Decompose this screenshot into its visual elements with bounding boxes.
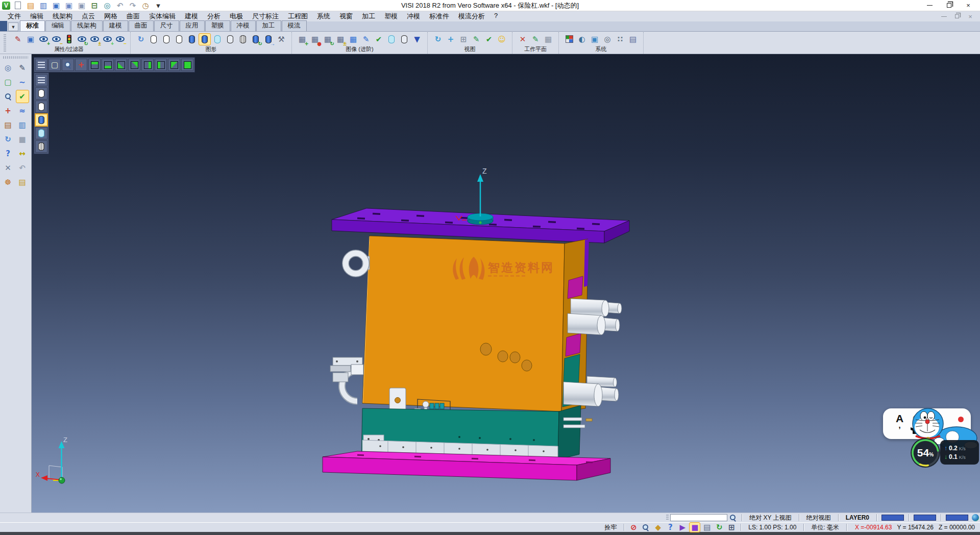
view-mode-indicator[interactable]: 绝对 XY 上视图	[745, 514, 795, 522]
menu-item-8[interactable]: 分析	[203, 11, 225, 21]
view-right-icon[interactable]	[141, 59, 154, 71]
workplane-cube-icon[interactable]: ▦	[543, 34, 554, 45]
menu-item-11[interactable]: 工程图	[283, 11, 312, 21]
zoom-filter-icon[interactable]: ◎	[2, 62, 14, 74]
layer-color-swatch-0[interactable]	[881, 515, 904, 521]
shade-invert-icon[interactable]: ▦±	[335, 34, 346, 45]
confirm-check-icon[interactable]: ✔	[16, 90, 29, 103]
menu-item-1[interactable]: 编辑	[26, 11, 48, 21]
menu-item-13[interactable]: 视窗	[335, 11, 357, 21]
mdi-minimize-button[interactable]	[937, 13, 950, 20]
zoom-dynamic-icon[interactable]	[62, 59, 74, 71]
quick-access-dropdown-icon[interactable]: ▾	[153, 0, 164, 11]
view-rotate-icon[interactable]: ↻	[432, 34, 444, 45]
erase-sketch-icon[interactable]: ✎	[16, 62, 29, 74]
trash-icon[interactable]: ✕	[2, 162, 14, 174]
shade-solid-icon[interactable]: ▦	[348, 34, 359, 45]
menu-item-4[interactable]: 网格	[100, 11, 122, 21]
tab-2[interactable]: 线架构	[71, 20, 103, 31]
view-pan-icon[interactable]: +	[445, 34, 456, 45]
show-entities-icon[interactable]: +	[38, 34, 49, 45]
view-shaded-icon[interactable]	[181, 59, 193, 71]
helm-icon[interactable]: ☸	[2, 176, 14, 188]
auto-rotate-icon[interactable]: ↻	[714, 523, 724, 532]
menu-item-17[interactable]: 标准件	[425, 11, 454, 21]
active-layer-indicator[interactable]: LAYER0	[842, 514, 873, 521]
strip-layer-empty-2-icon[interactable]	[35, 101, 47, 113]
menu-item-7[interactable]: 建模	[180, 11, 203, 21]
slide-lock-assembly[interactable]	[330, 357, 363, 401]
shade-cylinder-icon[interactable]	[386, 34, 397, 45]
menu-item-2[interactable]: 线架构	[48, 11, 77, 21]
viewport-grid-icon[interactable]: ⊞	[726, 523, 737, 532]
desktop-widget[interactable]: A ☾ ’	[883, 404, 980, 513]
tab-5[interactable]: 尺寸	[154, 20, 179, 31]
print-preview-icon[interactable]: ◎	[102, 0, 113, 11]
menu-item-5[interactable]: 曲面	[122, 11, 144, 21]
model-viewport[interactable]: Z	[32, 54, 980, 513]
layer-white-icon[interactable]	[225, 34, 236, 45]
open-catalog-icon[interactable]: ▤	[16, 176, 29, 188]
strip-layer-empty-1-icon[interactable]	[35, 87, 47, 100]
menu-item-10[interactable]: 尺寸标注	[248, 11, 283, 21]
refresh-layers-icon[interactable]: ↻	[135, 34, 146, 45]
tab-10[interactable]: 模流	[282, 20, 307, 31]
measure-distance-icon[interactable]: ↔	[16, 148, 29, 160]
tab-dropdown-button[interactable]: ▼	[8, 22, 18, 31]
layer-light-icon[interactable]	[212, 34, 223, 45]
shade-add-icon[interactable]: ▦+	[297, 34, 308, 45]
mdi-restore-button[interactable]	[950, 13, 964, 20]
tab-6[interactable]: 应用	[180, 20, 205, 31]
menu-item-18[interactable]: 模流分析	[454, 11, 489, 21]
absolute-view-indicator[interactable]: 绝对视图	[802, 514, 835, 522]
zoom-extents-icon[interactable]	[2, 90, 14, 103]
tab-9[interactable]: 加工	[256, 20, 281, 31]
hide-entities-icon[interactable]: −	[51, 34, 62, 45]
strip-layer-hatched-icon[interactable]	[35, 140, 47, 153]
shade-edit-icon[interactable]: ✎	[360, 34, 372, 45]
system-matrix-icon[interactable]: ∷	[615, 34, 626, 45]
snap-help-icon[interactable]: ?	[665, 523, 675, 532]
restore-button[interactable]	[939, 1, 959, 11]
visi-logo-icon[interactable]: V	[2, 2, 10, 10]
layer-filled-icon[interactable]	[186, 34, 198, 45]
view-check-icon[interactable]: ✔	[483, 34, 495, 45]
layer-move-icon[interactable]: →	[263, 34, 274, 45]
shade-refresh-icon[interactable]: ▦↻	[322, 34, 333, 45]
workplane-sketch-icon[interactable]: ✎	[530, 34, 541, 45]
curve-edit-icon[interactable]: ≈	[16, 105, 29, 117]
layer-hatched-icon[interactable]	[237, 34, 249, 45]
triad-toggle-icon[interactable]: +	[75, 59, 87, 71]
layer-color-swatch-1[interactable]	[914, 515, 936, 521]
shade-traffic-icon[interactable]: ▦●	[309, 34, 321, 45]
search-icon[interactable]	[727, 512, 739, 523]
redo-icon[interactable]: ↷	[127, 0, 138, 11]
panel-grip[interactable]	[3, 56, 28, 59]
close-button[interactable]: ×	[959, 1, 978, 11]
punctuation-icon[interactable]: ’	[898, 426, 900, 435]
spline-sketch-icon[interactable]: ∼	[16, 76, 29, 88]
layer-empty-3-icon[interactable]	[174, 34, 185, 45]
menu-item-12[interactable]: 系统	[312, 11, 335, 21]
search-input[interactable]	[670, 514, 727, 521]
menu-item-16[interactable]: 冲模	[402, 11, 425, 21]
import-file-icon[interactable]: ▥	[38, 0, 49, 11]
system-globe-icon[interactable]: ◐	[576, 34, 587, 45]
menu-item-3[interactable]: 点云	[77, 11, 100, 21]
query-icon[interactable]: ?	[2, 148, 14, 160]
save-all-icon[interactable]: ▣	[76, 0, 87, 11]
menu-item-0[interactable]: 文件	[3, 11, 26, 21]
model-3d-view[interactable]: Z	[32, 54, 980, 513]
view-happy-icon[interactable]: ☺	[496, 34, 507, 45]
view-bottom-icon[interactable]	[102, 59, 114, 71]
refresh-visibility-icon[interactable]: ↻	[76, 34, 87, 45]
mdi-close-button[interactable]: ×	[964, 13, 977, 20]
menu-item-6[interactable]: 实体编辑	[144, 11, 180, 21]
history-icon[interactable]: ◷	[140, 0, 151, 11]
shade-cone-icon[interactable]: ▼	[411, 34, 423, 45]
globe-status-icon[interactable]	[972, 514, 979, 521]
snap-vector-icon[interactable]: ▶	[677, 523, 688, 532]
snap-label[interactable]: 拴牢	[600, 523, 621, 532]
system-image-icon[interactable]: ▣	[589, 34, 600, 45]
modify-attributes-icon[interactable]: ✎	[12, 34, 23, 45]
